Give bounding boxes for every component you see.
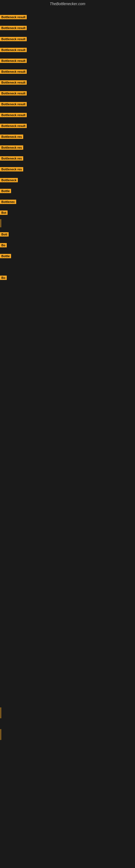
bottleneck-result-label: Bottleneck result (0, 113, 27, 117)
bottleneck-result-label: Bott (0, 232, 9, 237)
bottleneck-result-label: Bottleneck result (0, 26, 27, 30)
bottleneck-result-label: Bottleneck res (0, 167, 23, 172)
bottleneck-result-label: Bottleneck result (0, 80, 27, 85)
vertical-line-indicator (1, 729, 1, 740)
bottleneck-result-label: Bottle (0, 189, 11, 193)
bottleneck-result-label: Bo (0, 276, 7, 280)
bottleneck-result-label: Bottleneck result (0, 124, 27, 128)
vertical-line-indicator (1, 219, 1, 227)
bottleneck-result-label: Bottleneck result (0, 37, 27, 41)
bottleneck-result-label: Bottle (0, 254, 11, 258)
bottleneck-result-label: Bottleneck result (0, 69, 27, 74)
bottleneck-result-label: Bo (0, 243, 7, 247)
bottleneck-result-label: Bottleneck res (0, 156, 23, 161)
bottleneck-result-label: Bottleneck result (0, 15, 27, 19)
bottleneck-result-label: Bot (0, 211, 8, 215)
bottleneck-result-label: Bottleneck result (0, 59, 27, 63)
bottleneck-result-label: Bottleneck (0, 178, 18, 182)
bottleneck-result-label: Bottleneck res (0, 145, 23, 150)
bottleneck-result-label: Bottleneck result (0, 48, 27, 52)
bottleneck-result-label: Bottleneck result (0, 91, 27, 95)
vertical-line-indicator (1, 707, 1, 718)
bottleneck-result-label: Bottleneck res (0, 134, 23, 139)
bottleneck-result-label: Bottleneck result (0, 102, 27, 106)
site-title: TheBottlenecker.com (0, 0, 135, 8)
bottleneck-result-label: Bottlenec (0, 199, 16, 204)
